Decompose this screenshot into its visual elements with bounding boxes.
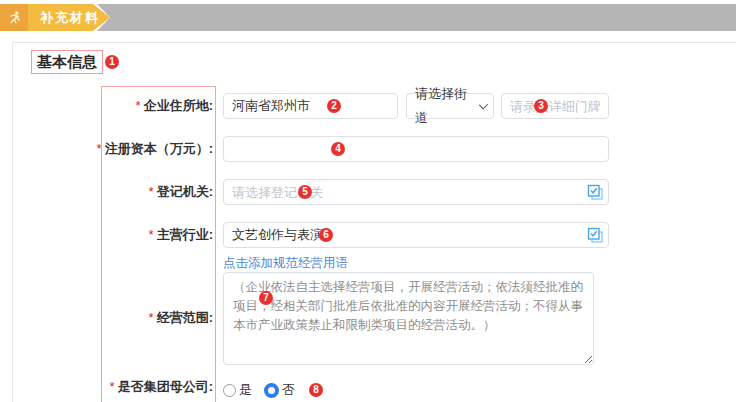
street-select[interactable]: 请选择街道 — [406, 93, 494, 119]
required-asterisk: * — [110, 379, 115, 394]
radio-no-circle-checked[interactable] — [264, 383, 279, 398]
annotation-box-section-title: 基本信息 — [31, 50, 103, 74]
annotation-badge-2: 2 — [327, 99, 341, 113]
scope-label: *经营范围: — [43, 305, 213, 331]
radio-no-label: 否 — [282, 381, 295, 399]
required-asterisk: * — [149, 310, 154, 325]
section-title: 基本信息 — [37, 53, 97, 72]
annotation-badge-1: 1 — [105, 55, 119, 69]
capital-label: *注册资本（万元）: — [43, 136, 213, 162]
address-detail-input[interactable] — [501, 93, 609, 119]
radio-yes[interactable]: 是 — [223, 381, 252, 399]
required-asterisk: * — [97, 141, 102, 156]
basic-info-panel: 基本信息 1 *企业住所地: 2 请选择街道 3 *注册资本（万元）: 4 *登… — [12, 42, 736, 402]
runner-icon — [0, 4, 28, 31]
radio-yes-circle[interactable] — [223, 384, 236, 397]
capital-input[interactable] — [223, 136, 609, 162]
breadcrumb-track — [97, 4, 736, 31]
street-select-value: 请选择街道 — [415, 82, 473, 130]
scope-textarea[interactable] — [223, 272, 594, 365]
breadcrumb-label: 补充材料 — [40, 4, 100, 31]
radio-yes-label: 是 — [239, 381, 252, 399]
chevron-down-icon — [479, 100, 488, 109]
required-asterisk: * — [136, 98, 141, 113]
annotation-badge-4: 4 — [331, 142, 345, 156]
authority-picker-checklist-icon[interactable] — [587, 184, 604, 201]
group-label: *是否集团母公司: — [43, 377, 213, 397]
annotation-badge-3: 3 — [534, 99, 548, 113]
add-standard-terms-link[interactable]: 点击添加规范经营用语 — [223, 255, 348, 272]
radio-no[interactable]: 否 — [264, 381, 295, 399]
annotation-badge-8: 8 — [309, 383, 323, 397]
annotation-badge-6: 6 — [319, 228, 333, 242]
industry-input[interactable] — [223, 222, 609, 248]
address-city-input[interactable] — [223, 93, 398, 119]
required-asterisk: * — [149, 184, 154, 199]
breadcrumb: 补充材料 — [0, 4, 736, 31]
annotation-badge-5: 5 — [298, 185, 312, 199]
authority-label: *登记机关: — [43, 179, 213, 205]
annotation-badge-7: 7 — [259, 291, 273, 305]
required-asterisk: * — [149, 227, 154, 242]
address-label: *企业住所地: — [43, 93, 213, 119]
group-radio-group: 是 否 8 — [223, 381, 323, 399]
authority-input[interactable] — [223, 179, 609, 205]
industry-label: *主营行业: — [43, 222, 213, 248]
industry-picker-checklist-icon[interactable] — [587, 227, 604, 244]
